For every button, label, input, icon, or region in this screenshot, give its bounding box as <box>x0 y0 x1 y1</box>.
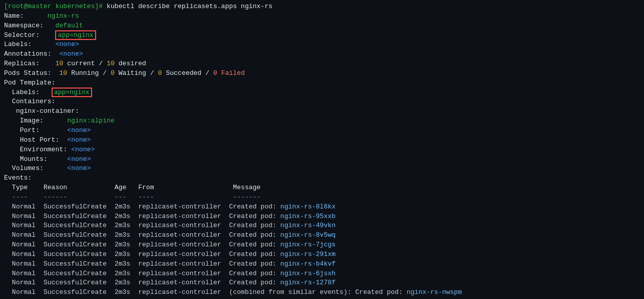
pod-labels-line: Labels: app=nginx <box>4 88 640 98</box>
event-row-8: Normal SuccessfulCreate 2m3s replicaset-… <box>4 269 640 279</box>
containers-line: Containers: <box>4 97 640 107</box>
name-line: Name: nginx-rs <box>4 12 640 21</box>
prompt-line: [root@master kubernetes]# kubectl descri… <box>4 2 640 12</box>
volumes-line: Volumes: <none> <box>4 164 640 174</box>
host-port-line: Host Port: <none> <box>4 136 640 145</box>
selector-value: app=nginx <box>55 30 96 40</box>
terminal: [root@master kubernetes]# kubectl descri… <box>0 0 644 299</box>
event-row-9: Normal SuccessfulCreate 2m3s replicaset-… <box>4 278 640 288</box>
labels-line: Labels: <none> <box>4 40 640 50</box>
events-header: Events: <box>4 174 640 183</box>
port-line: Port: <none> <box>4 126 640 136</box>
events-columns: Type Reason Age From Message <box>4 183 640 193</box>
replicas-line: Replicas: 10 current / 10 desired <box>4 59 640 69</box>
event-row-6: Normal SuccessfulCreate 2m3s replicaset-… <box>4 250 640 260</box>
pods-status-line: Pods Status: 10 Running / 0 Waiting / 0 … <box>4 69 640 78</box>
events-divider: ---- ------ --- ---- ------- <box>4 193 640 202</box>
nginx-container-line: nginx-container: <box>4 107 640 116</box>
event-row-10: Normal SuccessfulCreate 2m3s replicaset-… <box>4 288 640 297</box>
mounts-line: Mounts: <none> <box>4 155 640 164</box>
environment-line: Environment: <none> <box>4 145 640 155</box>
selector-line: Selector: app=nginx <box>4 31 640 40</box>
event-row-5: Normal SuccessfulCreate 2m3s replicaset-… <box>4 240 640 250</box>
command-text: kubectl describe replicasets.apps nginx-… <box>103 3 272 10</box>
user-host: [root@master kubernetes]# <box>4 3 103 10</box>
pod-label-value: app=nginx <box>52 88 92 97</box>
namespace-line: Namespace: default <box>4 21 640 31</box>
image-line: Image: nginx:alpine <box>4 116 640 126</box>
event-row-7: Normal SuccessfulCreate 2m3s replicaset-… <box>4 260 640 269</box>
event-row-2: Normal SuccessfulCreate 2m3s replicaset-… <box>4 212 640 222</box>
event-row-4: Normal SuccessfulCreate 2m3s replicaset-… <box>4 231 640 240</box>
event-row-1: Normal SuccessfulCreate 2m3s replicaset-… <box>4 202 640 212</box>
event-row-3: Normal SuccessfulCreate 2m3s replicaset-… <box>4 221 640 231</box>
annotations-line: Annotations: <none> <box>4 50 640 59</box>
pod-template-line: Pod Template: <box>4 78 640 88</box>
